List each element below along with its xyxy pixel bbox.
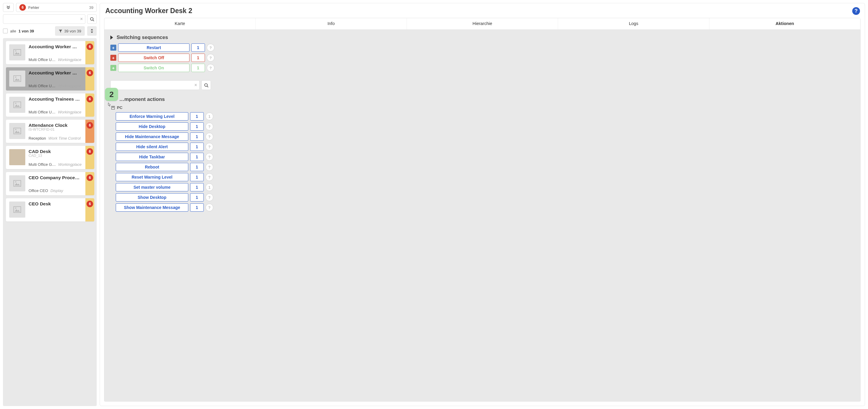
component-action-button[interactable]: Set master volume — [116, 183, 188, 192]
error-badge: 6 — [19, 4, 26, 11]
sidebar-search-input[interactable] — [3, 17, 78, 22]
device-thumbnail — [9, 97, 25, 113]
main-panel: Accounting Worker Desk 2 ? KarteInfoHier… — [100, 3, 865, 406]
component-action-button[interactable]: Hide Desktop — [116, 122, 188, 131]
sort-button[interactable] — [87, 26, 97, 36]
component-action-button[interactable]: Enforce Warning Level — [116, 112, 188, 121]
tab-aktionen[interactable]: Aktionen — [709, 18, 860, 29]
svg-point-20 — [204, 83, 207, 86]
component-action-button[interactable]: Reboot — [116, 163, 188, 171]
help-q-button[interactable]: ? — [207, 54, 214, 62]
help-q-button[interactable]: ? — [206, 143, 213, 151]
device-title: Accounting Trainees … — [29, 96, 84, 102]
device-card[interactable]: Accounting Worker …Multi Office U…Workin… — [6, 67, 94, 90]
tabs: KarteInfoHierarchieLogsAktionen — [104, 18, 861, 30]
help-q-button[interactable]: ? — [207, 64, 214, 72]
device-thumbnail — [9, 70, 25, 87]
svg-marker-6 — [14, 78, 20, 81]
switching-action-button[interactable]: Switch Off — [118, 54, 189, 62]
device-location: Multi Office U… — [29, 57, 56, 62]
help-button[interactable]: ? — [852, 7, 860, 15]
help-q-button[interactable]: 1 — [206, 183, 213, 191]
component-action-button[interactable]: Show Desktop — [116, 193, 188, 202]
device-card[interactable]: Attendance ClockiS-WTCRFID-01ReceptionWo… — [6, 120, 94, 143]
device-card[interactable]: CAD DeskCAD_13Multi Office G…Workingplac… — [6, 146, 94, 169]
count-tooltip-value: 2 — [110, 90, 114, 99]
component-action-count: 1 — [190, 122, 204, 131]
device-info: Accounting Worker …Multi Office U…Workin… — [29, 67, 85, 90]
component-action-row: Reboot1? — [116, 163, 854, 171]
component-action-button[interactable]: Hide Taskbar — [116, 153, 188, 161]
switching-section-title: Switching sequences — [117, 34, 168, 40]
image-placeholder-icon — [13, 49, 21, 56]
device-info: Attendance ClockiS-WTCRFID-01ReceptionWo… — [29, 120, 85, 143]
clear-search-button[interactable]: × — [78, 17, 85, 22]
search-icon — [204, 83, 209, 88]
component-category-pc[interactable]: PC — [111, 106, 854, 110]
tab-hierarchie[interactable]: Hierarchie — [407, 18, 558, 29]
help-q-button[interactable]: ? — [206, 133, 213, 141]
switching-section-head[interactable]: Switching sequences — [111, 34, 854, 40]
device-title: CEO Desk — [29, 201, 84, 207]
help-q-button[interactable]: ? — [206, 163, 213, 171]
image-placeholder-icon — [13, 206, 21, 213]
expand-toggle-button[interactable] — [3, 3, 14, 12]
status-stripe: 6 — [85, 67, 94, 90]
switching-action-button[interactable]: Restart — [118, 43, 189, 52]
component-action-button[interactable]: Reset Warning Level — [116, 173, 188, 181]
select-all-checkbox[interactable] — [3, 29, 8, 33]
add-sequence-button[interactable]: + — [111, 65, 116, 71]
error-label: Fehler — [28, 5, 87, 10]
svg-point-16 — [15, 181, 17, 182]
action-search-button[interactable] — [202, 80, 211, 90]
device-thumbnail — [9, 45, 25, 60]
add-sequence-button[interactable]: + — [111, 55, 116, 61]
select-all-label: alle — [10, 29, 16, 33]
cursor-icon — [107, 103, 111, 108]
component-action-row: Show Desktop1? — [116, 193, 854, 202]
device-thumbnail — [9, 123, 25, 139]
actions-content: Switching sequences +Restart1?+Switch Of… — [104, 30, 861, 402]
device-location: Multi Office U… — [29, 110, 56, 114]
tab-logs[interactable]: Logs — [558, 18, 709, 29]
svg-marker-3 — [14, 52, 20, 55]
action-search-input[interactable] — [111, 83, 192, 88]
device-card[interactable]: CEO Desk6 — [6, 198, 94, 222]
help-q-button[interactable]: ? — [207, 44, 214, 52]
error-filter-chip[interactable]: 6 Fehler 39 — [16, 3, 97, 12]
search-button[interactable] — [87, 14, 97, 24]
device-card[interactable]: Accounting Worker …Multi Office U…Workin… — [6, 41, 94, 64]
device-error-badge: 6 — [87, 70, 93, 76]
tab-karte[interactable]: Karte — [104, 18, 255, 29]
image-placeholder-icon — [13, 180, 21, 187]
help-q-button[interactable]: ? — [206, 173, 213, 181]
component-action-button[interactable]: Hide silent Alert — [116, 143, 188, 151]
help-q-button[interactable]: ? — [206, 204, 213, 211]
component-action-row: Set master volume11 — [116, 183, 854, 192]
device-card[interactable]: Accounting Trainees …Multi Office U…Work… — [6, 93, 94, 117]
help-q-button[interactable]: ? — [206, 153, 213, 161]
help-q-button[interactable]: ? — [206, 123, 213, 130]
device-type: Display — [51, 188, 63, 193]
component-action-button[interactable]: Show Maintenance Message — [116, 203, 188, 212]
device-type: Workingplace — [58, 110, 82, 114]
device-info: CEO Desk — [29, 198, 85, 222]
switching-action-count: 1 — [191, 43, 205, 52]
action-clear-button[interactable]: × — [192, 83, 199, 88]
add-sequence-button[interactable]: + — [111, 45, 116, 51]
device-error-badge: 6 — [87, 96, 93, 103]
device-card[interactable]: CEO Company Proce…Office CEODisplay6 — [6, 172, 94, 195]
component-action-row: Hide Desktop1? — [116, 122, 854, 131]
component-action-button[interactable]: Hide Maintenance Message — [116, 133, 188, 141]
component-action-row: Show Maintenance Message1? — [116, 203, 854, 212]
help-q-button[interactable]: ? — [206, 194, 213, 201]
svg-rect-23 — [112, 107, 114, 108]
device-type: Workingplace — [58, 84, 82, 88]
component-section-head[interactable]: …mponent actions — [111, 96, 854, 103]
switching-row: +Restart1? — [111, 43, 854, 52]
switching-action-button[interactable]: Switch On — [118, 64, 189, 72]
tab-info[interactable]: Info — [255, 18, 407, 29]
filter-count-pill[interactable]: 39 von 39 — [55, 26, 85, 36]
help-q-button[interactable]: 1 — [206, 113, 213, 120]
svg-point-7 — [15, 77, 17, 78]
